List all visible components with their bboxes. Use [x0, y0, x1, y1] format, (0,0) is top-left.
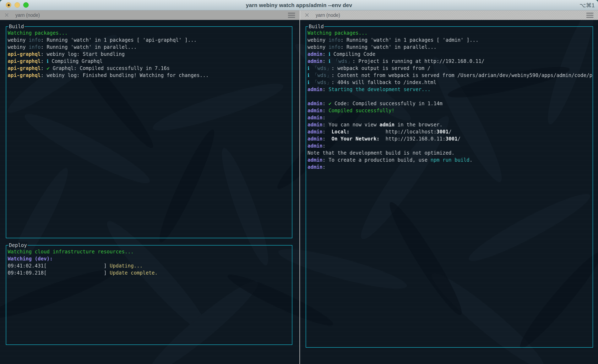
box-title: Deploy	[8, 242, 28, 249]
terminal-line: api-graphql: webiny log: Finished bundli…	[8, 72, 292, 79]
terminal-line: api-graphql: webiny log: Start bundling	[8, 51, 292, 58]
terminal-area[interactable]: Build Watching packages...webiny info: R…	[0, 20, 598, 364]
terminal-window: yarn webiny watch apps/admin --env dev ⌥…	[0, 0, 598, 364]
terminal-line: ℹ 「wds」: webpack output is served from /	[307, 65, 593, 72]
terminal-line: admin: ℹ 「wds」: Project is running at ht…	[307, 58, 593, 65]
terminal-line: Watching (dev):	[8, 255, 292, 262]
terminal-line: ℹ 「wds」: Content not from webpack is ser…	[307, 72, 593, 79]
build-log-left: Watching packages...webiny info: Running…	[6, 27, 292, 238]
terminal-line: Watching packages...	[8, 30, 292, 37]
tab-label: yarn (node)	[316, 12, 340, 18]
terminal-line: 09:41:09.218[ ] Update complete.	[8, 269, 292, 276]
pane-divider[interactable]	[299, 20, 300, 364]
terminal-line: api-graphql: ℹ Compiling Graphql	[8, 58, 292, 65]
build-box-right: Build Watching packages...webiny info: R…	[306, 26, 593, 348]
terminal-line: webiny info: Running 'watch' in 1 packag…	[307, 37, 593, 44]
terminal-line: Watching packages...	[307, 30, 593, 37]
tab-left-pane[interactable]: ✕ yarn (node)	[0, 10, 300, 20]
title-bar[interactable]: yarn webiny watch apps/admin --env dev ⌥…	[0, 0, 598, 10]
tab-right-pane[interactable]: ✕ yarn (node)	[300, 10, 598, 20]
terminal-line: api-graphql: ✔ Graphql: Compiled success…	[8, 65, 292, 72]
terminal-line	[307, 93, 593, 100]
window-shortcut-badge: ⌥⌘1	[580, 0, 595, 10]
deploy-log-left: Watching cloud infrastructure resources.…	[6, 245, 292, 345]
terminal-line: admin: Compiled successfully!	[307, 107, 593, 114]
terminal-line: admin: ℹ Compiling Code	[307, 51, 593, 58]
tab-row: ✕ yarn (node) ✕ yarn (node)	[0, 10, 598, 20]
terminal-line: Watching cloud infrastructure resources.…	[8, 248, 292, 255]
hamburger-menu-icon[interactable]	[586, 13, 593, 18]
terminal-line: admin: On Your Network: http://192.168.0…	[307, 135, 593, 142]
box-title: Build	[8, 23, 25, 30]
window-title: yarn webiny watch apps/admin --env dev	[0, 0, 598, 10]
terminal-line: webiny info: Running 'watch' in 1 packag…	[8, 37, 292, 44]
terminal-line: admin:	[307, 142, 593, 149]
close-tab-icon[interactable]: ✕	[304, 10, 309, 20]
terminal-line: admin: You can now view admin in the bro…	[307, 121, 593, 128]
terminal-line: ℹ 「wds」: 404s will fallback to /index.ht…	[307, 79, 593, 86]
terminal-line: webiny info: Running 'watch' in parallel…	[8, 44, 292, 51]
terminal-line: admin:	[307, 114, 593, 121]
close-tab-icon[interactable]: ✕	[4, 10, 9, 20]
deploy-box-left: Deploy Watching cloud infrastructure res…	[6, 245, 292, 345]
build-box-left: Build Watching packages...webiny info: R…	[6, 26, 292, 238]
box-title: Build	[308, 23, 324, 30]
terminal-line: admin:	[307, 163, 593, 170]
tab-label: yarn (node)	[15, 12, 40, 18]
terminal-line: 09:41:02.431[ ] Updating...	[8, 262, 292, 269]
build-log-right: Watching packages...webiny info: Running…	[306, 27, 593, 347]
terminal-line: admin: ✔ Code: Compiled successfully in …	[307, 100, 593, 107]
terminal-line: webiny info: Running 'watch' in parallel…	[307, 44, 593, 51]
terminal-line: admin: To create a production build, use…	[307, 156, 593, 163]
terminal-line: Note that the development build is not o…	[307, 149, 593, 156]
hamburger-menu-icon[interactable]	[288, 13, 295, 18]
terminal-line: admin: Local: http://localhost:3001/	[307, 128, 593, 135]
terminal-line: admin: Starting the development server..…	[307, 86, 593, 93]
